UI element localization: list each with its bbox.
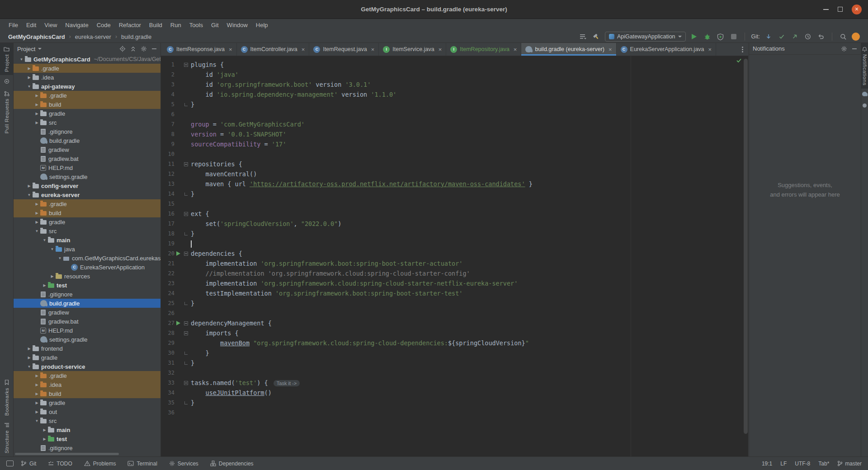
editor-body[interactable]: 1plugins {2 id 'java'3 id 'org.springfra… <box>161 56 748 456</box>
chevron-collapsed-icon[interactable]: ▶ <box>26 184 33 188</box>
chevron-collapsed-icon[interactable]: ▶ <box>33 211 40 215</box>
tree-row[interactable]: ▼com.GetMyGraphicsCard.eurekas <box>14 254 160 263</box>
coverage-button[interactable] <box>716 32 725 41</box>
tree-row[interactable]: ▶.idea <box>14 73 160 82</box>
fold-end-icon[interactable] <box>184 103 188 106</box>
tree-row[interactable]: ▶.gradle <box>14 64 160 73</box>
code-line[interactable]: 10 <box>161 149 748 159</box>
avatar[interactable] <box>852 33 860 41</box>
editor-tab[interactable]: IItemRepository.java× <box>446 43 521 56</box>
code-line[interactable]: 28 imports { <box>161 328 748 338</box>
chevron-collapsed-icon[interactable]: ▶ <box>33 374 40 378</box>
indent-widget[interactable]: Tab* <box>818 461 829 467</box>
code-line[interactable]: 19 <box>161 239 748 249</box>
tree-row[interactable]: ▶.gradle <box>14 91 160 100</box>
menu-window[interactable]: Window <box>223 20 252 30</box>
tree-row[interactable]: MHELP.md <box>14 163 160 172</box>
tree-row[interactable]: .gitignore <box>14 127 160 136</box>
code-line[interactable]: 14} <box>161 189 748 199</box>
tree-row[interactable]: ▶frontend <box>14 344 160 353</box>
editor-tab[interactable]: IItemService.java× <box>379 43 446 56</box>
tree-row[interactable]: build.gradle <box>14 299 160 308</box>
gear-icon[interactable] <box>141 46 147 52</box>
editor-tab[interactable]: build.gradle (eureka-server)× <box>521 43 616 56</box>
code-line[interactable]: 24 testImplementation 'org.springframewo… <box>161 288 748 298</box>
chevron-collapsed-icon[interactable]: ▶ <box>33 220 40 224</box>
tree-row[interactable]: ▼src <box>14 416 160 425</box>
tree-row[interactable]: ▶test <box>14 281 160 290</box>
code-line[interactable]: 22 //implementation 'org.springframework… <box>161 268 748 278</box>
tree-row[interactable]: ▼java <box>14 244 160 254</box>
menu-run[interactable]: Run <box>166 20 185 30</box>
close-icon[interactable]: × <box>852 5 862 14</box>
close-icon[interactable]: × <box>708 46 712 53</box>
vertical-scrollbar[interactable] <box>744 59 748 434</box>
code-line[interactable]: 36 <box>161 408 748 418</box>
git-commit-check-icon[interactable] <box>777 32 786 41</box>
code-line[interactable]: 11repositories { <box>161 159 748 169</box>
code-line[interactable]: 35} <box>161 398 748 408</box>
toolwindow-switcher-icon[interactable] <box>6 461 14 466</box>
tree-row[interactable]: gradlew <box>14 308 160 317</box>
hide-panel-icon[interactable] <box>151 46 157 52</box>
chevron-expanded-icon[interactable]: ▼ <box>49 247 56 251</box>
tree-row[interactable]: ▼GetMyGraphicsCard~/Documents/CS/Java/Ge… <box>14 55 160 64</box>
search-icon[interactable] <box>839 32 848 41</box>
rollback-icon[interactable] <box>816 32 826 41</box>
stop-button[interactable] <box>729 32 738 41</box>
menu-tools[interactable]: Tools <box>185 20 207 30</box>
tree-row[interactable]: ▶gradle <box>14 217 160 226</box>
code-line[interactable]: 20dependencies { <box>161 249 748 258</box>
tree-row[interactable]: ▼eureka-server <box>14 190 160 199</box>
editor-tab[interactable]: CItemController.java× <box>237 43 310 56</box>
code-line[interactable]: 26 <box>161 308 748 318</box>
fold-end-icon[interactable] <box>184 362 188 365</box>
tree-row[interactable]: build.gradle <box>14 136 160 145</box>
tree-row[interactable]: ▼src <box>14 226 160 235</box>
encoding-widget[interactable]: UTF-8 <box>795 461 810 467</box>
chevron-collapsed-icon[interactable]: ▶ <box>33 401 40 405</box>
fold-end-icon[interactable] <box>184 302 188 305</box>
tree-row[interactable]: ▶.idea <box>14 380 160 389</box>
menu-navigate[interactable]: Navigate <box>61 20 92 30</box>
tree-row[interactable]: ▶config-server <box>14 181 160 190</box>
chevron-collapsed-icon[interactable]: ▶ <box>33 410 40 414</box>
tree-row[interactable]: ▶test <box>14 434 160 443</box>
chevron-collapsed-icon[interactable]: ▶ <box>33 121 40 125</box>
toolwindow-button-problems[interactable]: Problems <box>84 461 116 467</box>
chevron-expanded-icon[interactable]: ▼ <box>18 57 25 61</box>
code-line[interactable]: 21 implementation 'org.springframework.b… <box>161 258 748 268</box>
chevron-collapsed-icon[interactable]: ▶ <box>33 383 40 387</box>
chevron-collapsed-icon[interactable]: ▶ <box>26 356 33 360</box>
toolwindow-button-services[interactable]: Services <box>169 461 198 467</box>
git-update-icon[interactable] <box>764 32 773 41</box>
sidebar-item-structure[interactable]: Structure <box>0 419 13 456</box>
tab-list-icon[interactable] <box>736 43 748 56</box>
tree-row[interactable]: .gitignore <box>14 443 160 452</box>
tree-row[interactable]: ▶gradle <box>14 109 160 118</box>
chevron-collapsed-icon[interactable]: ▶ <box>26 66 33 70</box>
tree-row[interactable]: ▼main <box>14 235 160 244</box>
chevron-expanded-icon[interactable]: ▼ <box>33 419 40 423</box>
tree-row[interactable]: ▶gradle <box>14 353 160 362</box>
chevron-down-icon[interactable] <box>38 48 42 50</box>
code-line[interactable]: 1plugins { <box>161 60 748 70</box>
line-separator-widget[interactable]: LF <box>780 461 787 467</box>
minimize-icon[interactable] <box>823 9 829 10</box>
collapse-all-icon[interactable] <box>130 46 136 52</box>
tree-row[interactable]: ▶out <box>14 407 160 416</box>
chevron-collapsed-icon[interactable]: ▶ <box>41 428 48 432</box>
fold-collapse-icon[interactable] <box>184 63 188 67</box>
fold-collapse-icon[interactable] <box>184 162 188 166</box>
hide-panel-icon[interactable] <box>852 46 857 52</box>
tree-row[interactable]: ▶src <box>14 118 160 127</box>
tree-row[interactable]: settings.gradle <box>14 172 160 181</box>
code-line[interactable]: 4 id 'io.spring.dependency-management' v… <box>161 89 748 99</box>
run-button[interactable] <box>690 32 699 41</box>
view-mode-icon[interactable] <box>579 32 588 41</box>
chevron-collapsed-icon[interactable]: ▶ <box>41 283 48 287</box>
tree-row[interactable]: gradlew.bat <box>14 317 160 326</box>
code-line[interactable]: 9sourceCompatibility = '17' <box>161 139 748 149</box>
code-line[interactable]: 12 mavenCentral() <box>161 169 748 179</box>
git-push-icon[interactable] <box>790 32 799 41</box>
